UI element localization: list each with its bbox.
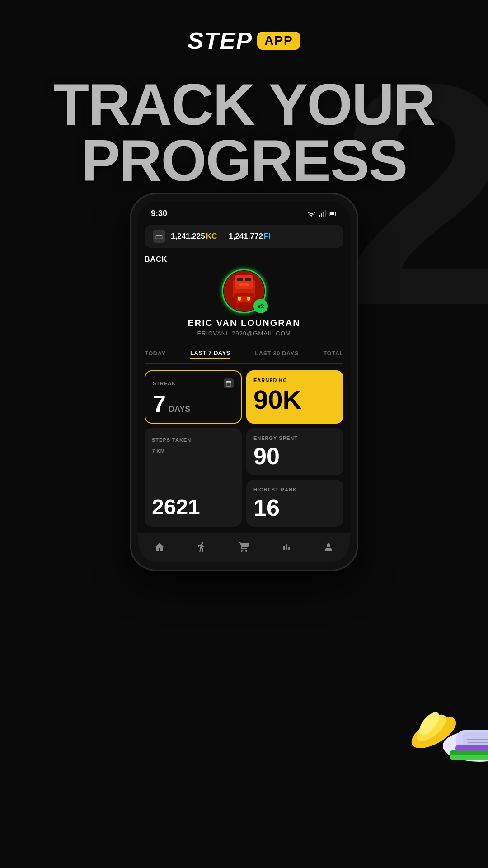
streak-card: STREAK 7 — [145, 370, 242, 424]
svg-rect-5 — [330, 212, 334, 215]
wallet-icon — [153, 230, 165, 243]
streak-label: STREAK — [153, 378, 234, 388]
wifi-icon — [307, 210, 315, 218]
multiplier-badge: x2 — [253, 299, 268, 313]
svg-rect-16 — [226, 381, 231, 386]
avatar-wrapper: x2 — [224, 271, 264, 311]
app-header: StEP APP — [0, 0, 488, 54]
profile-name: ERIC VAN LOUNGRAN — [188, 318, 300, 328]
svg-rect-11 — [239, 283, 249, 286]
streak-unit: DAYS — [169, 405, 190, 414]
rank-label: HIGHEST RANK — [253, 487, 336, 492]
sneaker-decoration — [407, 687, 488, 778]
rank-card: HIGHEST RANK 16 — [246, 480, 343, 527]
nav-stats[interactable] — [280, 541, 293, 553]
steps-label: STEPS TAKEN — [152, 435, 235, 444]
tabs-row: TODAY LAST 7 DAYS LAST 30 DAYS TOTAL — [145, 343, 343, 364]
steps-sub: 7 KM — [152, 448, 235, 454]
svg-rect-8 — [235, 275, 253, 289]
tab-total[interactable]: TOTAL — [323, 348, 343, 359]
svg-rect-9 — [237, 278, 243, 281]
expand-icon[interactable] — [225, 435, 235, 444]
nav-activity[interactable] — [195, 541, 208, 553]
home-icon — [153, 541, 166, 553]
sneaker-svg — [407, 687, 488, 778]
nav-shop[interactable] — [238, 541, 250, 553]
phone-mockup: 9:30 — [131, 194, 357, 570]
logo-app-badge: APP — [257, 32, 300, 50]
chart-icon — [280, 541, 293, 553]
nav-profile[interactable] — [322, 541, 335, 553]
wallet-bar: 1,241.225KC 1,241.772FI — [145, 225, 343, 248]
phone-inner: 9:30 — [138, 202, 350, 562]
tab-last30days[interactable]: LAST 30 DAYS — [255, 348, 299, 359]
app-content: BACK — [138, 251, 350, 533]
back-button[interactable]: BACK — [145, 251, 343, 266]
status-time: 9:30 — [151, 209, 167, 218]
svg-rect-1 — [321, 213, 322, 217]
wallet-fi-value: 1,241.772FI — [229, 232, 271, 241]
svg-rect-3 — [325, 210, 326, 217]
svg-rect-2 — [323, 212, 324, 217]
earned-kc-value: 90K — [253, 385, 301, 414]
energy-card: ENERGY SPENT 90 — [246, 428, 343, 475]
steps-card: STEPS TAKEN 7 KM 2621 — [145, 428, 242, 527]
sneaker-icon — [195, 541, 208, 553]
steps-value: 2621 — [152, 495, 235, 519]
streak-value: 7 — [153, 392, 166, 415]
stats-grid: STREAK 7 — [145, 370, 343, 533]
tab-today[interactable]: TODAY — [145, 348, 166, 359]
profile-section: x2 ERIC VAN LOUNGRAN ERICVANL.2920@GMAIL… — [145, 266, 343, 343]
tab-last7days[interactable]: LAST 7 DAYS — [190, 348, 230, 359]
phone-outer: 9:30 — [131, 194, 357, 570]
svg-rect-10 — [245, 278, 251, 281]
battery-icon — [329, 210, 337, 218]
hero-title-text: TRACK YOUR PROGRESS — [18, 77, 470, 189]
earned-kc-label: EARNED KC — [253, 377, 336, 383]
svg-point-14 — [238, 297, 241, 301]
calendar-icon[interactable] — [224, 378, 234, 388]
svg-rect-0 — [319, 215, 320, 217]
energy-label: ENERGY SPENT — [253, 435, 336, 441]
logo-step-text: StEP — [188, 27, 253, 54]
cart-icon — [238, 541, 250, 553]
status-icons — [307, 210, 337, 218]
logo: StEP APP — [188, 27, 300, 54]
bottom-nav — [138, 533, 350, 562]
svg-point-15 — [247, 297, 250, 301]
person-icon — [322, 541, 335, 553]
status-bar: 9:30 — [138, 202, 350, 222]
hero-title: TRACK YOUR PROGRESS — [0, 77, 488, 189]
signal-icon — [318, 210, 326, 218]
rank-value: 16 — [253, 495, 280, 521]
nav-home[interactable] — [153, 541, 166, 553]
energy-value: 90 — [253, 443, 280, 469]
svg-rect-31 — [455, 745, 488, 751]
wallet-kc-value: 1,241.225KC — [171, 232, 217, 241]
earned-kc-card: EARNED KC 90K — [246, 370, 343, 424]
profile-email: ERICVANL.2920@GMAIL.COM — [197, 330, 291, 337]
